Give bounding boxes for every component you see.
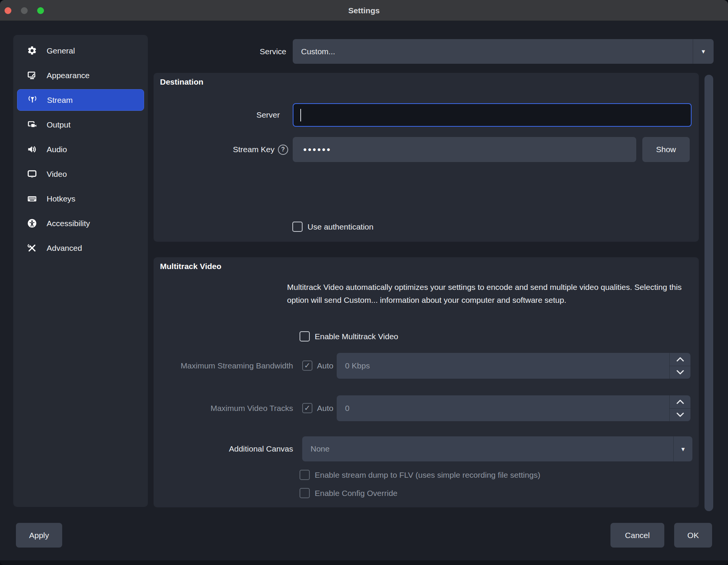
service-select[interactable]: Custom... ▼ bbox=[293, 39, 714, 64]
sidebar-item-label: General bbox=[47, 46, 75, 55]
server-label: Server bbox=[256, 110, 280, 120]
stream-key-label: Stream Key bbox=[233, 145, 275, 154]
max-tracks-spin-buttons bbox=[669, 395, 690, 421]
output-icon bbox=[27, 120, 37, 130]
spinner-up-button[interactable] bbox=[670, 353, 690, 366]
sidebar-item-audio[interactable]: Audio bbox=[17, 138, 144, 160]
max-bandwidth-auto-checkbox[interactable]: ✓ bbox=[302, 360, 312, 371]
max-tracks-auto-wrap: ✓ Auto bbox=[302, 403, 333, 413]
sidebar-item-stream[interactable]: Stream bbox=[17, 89, 144, 111]
max-tracks-auto-checkbox[interactable]: ✓ bbox=[302, 403, 312, 413]
chevron-up-icon bbox=[676, 357, 684, 362]
chevron-up-icon bbox=[676, 399, 684, 404]
sidebar-item-hotkeys[interactable]: Hotkeys bbox=[17, 188, 144, 209]
additional-canvas-selected-value: None bbox=[311, 444, 329, 453]
help-icon[interactable]: ? bbox=[278, 145, 288, 155]
max-bandwidth-label: Maximum Streaming Bandwidth bbox=[154, 361, 293, 370]
enable-multitrack-checkbox[interactable] bbox=[300, 331, 310, 342]
stream-icon bbox=[27, 95, 38, 105]
max-tracks-value: 0 bbox=[345, 404, 350, 413]
sidebar-item-label: Appearance bbox=[47, 71, 89, 80]
checkmark-icon: ✓ bbox=[304, 362, 311, 369]
sidebar-item-accessibility[interactable]: Accessibility bbox=[17, 212, 144, 234]
show-stream-key-button[interactable]: Show bbox=[642, 137, 690, 162]
multitrack-description: Multitrack Video automatically optimizes… bbox=[287, 281, 700, 307]
chevron-down-icon: ▼ bbox=[680, 446, 686, 452]
max-bandwidth-spin-buttons bbox=[669, 353, 690, 379]
max-bandwidth-value: 0 Kbps bbox=[345, 361, 370, 370]
max-bandwidth-auto-wrap: ✓ Auto bbox=[302, 360, 333, 371]
service-select-arrow-zone[interactable]: ▼ bbox=[693, 39, 714, 64]
vertical-scrollbar[interactable] bbox=[704, 75, 713, 511]
config-override-checkbox[interactable] bbox=[300, 488, 310, 498]
window-title: Settings bbox=[0, 0, 728, 21]
use-authentication-label: Use authentication bbox=[308, 222, 373, 231]
spinner-down-button[interactable] bbox=[670, 366, 690, 379]
destination-title: Destination bbox=[160, 77, 203, 87]
audio-icon bbox=[27, 144, 37, 154]
multitrack-title: Multitrack Video bbox=[160, 262, 221, 271]
sidebar-item-label: Hotkeys bbox=[47, 194, 75, 203]
destination-section: Destination Server Stream Key ? •••••• S… bbox=[154, 73, 699, 242]
appearance-icon bbox=[27, 70, 37, 80]
stream-key-masked-value: •••••• bbox=[303, 144, 331, 155]
accessibility-icon bbox=[27, 218, 37, 228]
service-selected-value: Custom... bbox=[301, 47, 335, 56]
flv-dump-checkbox[interactable] bbox=[300, 470, 310, 480]
tools-icon bbox=[27, 243, 37, 253]
titlebar: Settings bbox=[0, 0, 728, 21]
sidebar-item-label: Audio bbox=[47, 145, 67, 154]
settings-window: Settings General Appearance Strea bbox=[0, 0, 728, 565]
apply-button[interactable]: Apply bbox=[16, 523, 62, 548]
keyboard-icon bbox=[27, 194, 37, 204]
sidebar-item-label: Output bbox=[47, 120, 71, 129]
sidebar-item-video[interactable]: Video bbox=[17, 163, 144, 185]
chevron-down-icon bbox=[676, 412, 684, 417]
settings-content: General Appearance Stream Output bbox=[0, 21, 728, 565]
sidebar-item-label: Video bbox=[47, 170, 67, 179]
flv-dump-label: Enable stream dump to FLV (uses simple r… bbox=[315, 471, 540, 480]
video-icon bbox=[27, 169, 37, 179]
cancel-button[interactable]: Cancel bbox=[610, 523, 664, 548]
enable-multitrack-row: Enable Multitrack Video bbox=[300, 331, 398, 342]
sidebar-item-appearance[interactable]: Appearance bbox=[17, 65, 144, 86]
config-override-row: Enable Config Override bbox=[300, 488, 397, 498]
config-override-label: Enable Config Override bbox=[315, 489, 397, 498]
chevron-down-icon: ▼ bbox=[701, 48, 706, 55]
enable-multitrack-label: Enable Multitrack Video bbox=[315, 332, 398, 341]
server-input[interactable] bbox=[293, 103, 692, 127]
text-caret bbox=[300, 109, 301, 121]
spinner-down-button[interactable] bbox=[670, 409, 690, 422]
window-bottom-edge bbox=[0, 560, 728, 565]
stream-key-input[interactable]: •••••• bbox=[293, 137, 636, 162]
additional-canvas-label: Additional Canvas bbox=[154, 444, 293, 453]
use-authentication-checkbox[interactable] bbox=[292, 222, 303, 232]
sidebar-item-label: Advanced bbox=[47, 244, 82, 253]
checkmark-icon: ✓ bbox=[304, 404, 311, 412]
sidebar-item-label: Stream bbox=[47, 96, 73, 105]
sidebar-item-output[interactable]: Output bbox=[17, 114, 144, 135]
max-bandwidth-auto-label: Auto bbox=[317, 361, 333, 370]
max-tracks-spinner[interactable]: 0 bbox=[337, 395, 690, 421]
spinner-up-button[interactable] bbox=[670, 395, 690, 409]
server-label-wrap: Server bbox=[154, 103, 286, 127]
service-row: Service Custom... ▼ bbox=[173, 39, 714, 64]
ok-button[interactable]: OK bbox=[674, 523, 712, 548]
gear-icon bbox=[27, 46, 37, 56]
sidebar-item-label: Accessibility bbox=[47, 219, 90, 228]
sidebar-item-general[interactable]: General bbox=[17, 40, 144, 61]
stream-key-label-wrap: Stream Key ? bbox=[154, 137, 288, 162]
max-bandwidth-spinner[interactable]: 0 Kbps bbox=[337, 353, 690, 379]
service-label: Service bbox=[173, 47, 286, 56]
max-tracks-auto-label: Auto bbox=[317, 404, 333, 413]
max-tracks-label: Maximum Video Tracks bbox=[154, 404, 293, 413]
multitrack-video-section: Multitrack Video Multitrack Video automa… bbox=[154, 257, 699, 507]
sidebar: General Appearance Stream Output bbox=[13, 35, 148, 507]
additional-canvas-select[interactable]: None ▼ bbox=[302, 436, 692, 461]
flv-dump-row: Enable stream dump to FLV (uses simple r… bbox=[300, 470, 540, 480]
sidebar-item-advanced[interactable]: Advanced bbox=[17, 237, 144, 259]
chevron-down-icon bbox=[676, 370, 684, 375]
additional-canvas-arrow-zone[interactable]: ▼ bbox=[673, 436, 692, 461]
use-authentication-row: Use authentication bbox=[292, 222, 373, 232]
